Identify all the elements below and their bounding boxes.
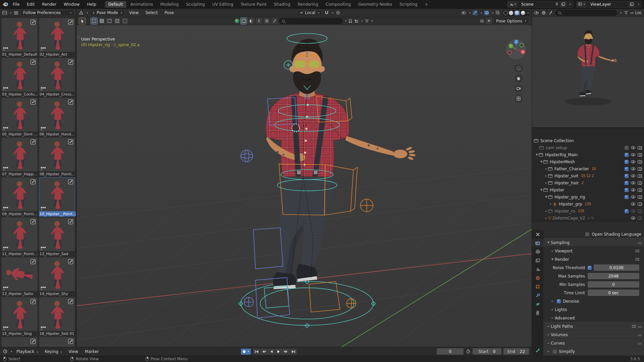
hide-eye-icon[interactable] (631, 217, 635, 220)
viewport-menu-select[interactable]: Select (143, 10, 160, 16)
preview-brush-icon[interactable] (548, 10, 553, 15)
menu-help[interactable]: Help (84, 1, 99, 8)
render-camera-icon[interactable] (638, 217, 642, 220)
hide-eye-icon[interactable] (631, 146, 635, 149)
shading-wireframe-icon[interactable] (503, 11, 508, 15)
outliner-row-hipster-cs[interactable]: ▸Hipster_cs 135 (532, 207, 644, 215)
tab-physics[interactable] (532, 300, 543, 308)
pin-scene-icon[interactable] (554, 2, 560, 7)
timeline-menu-marker[interactable]: Marker (83, 349, 101, 355)
frame-start-field[interactable]: Start0 (473, 348, 501, 355)
tab-shading[interactable]: Shading (271, 1, 294, 8)
pose-thumbnail[interactable]: ◆▪◆ ◇ (1, 177, 38, 212)
overlays-toggle-icon[interactable] (484, 10, 489, 15)
view-layer-browse-icon[interactable]: ▾ (577, 1, 587, 7)
edit-pose-icon[interactable] (68, 179, 73, 184)
outliner-row-cam-setup[interactable]: cam setup (532, 144, 644, 151)
render-camera-icon[interactable] (638, 195, 642, 199)
filter-funnel-icon[interactable] (364, 18, 369, 23)
panel-light-paths[interactable]: ▸Light Paths (543, 322, 644, 330)
pose-thumbnail[interactable]: ◆▪◆ ◇ (1, 217, 38, 251)
pose-asset-12_Hipster_Sad[interactable]: ◆▪◆ ◇12_Hipster_Sad (39, 217, 76, 256)
render-camera-icon[interactable] (638, 202, 642, 206)
render-camera-icon[interactable] (638, 167, 642, 171)
bookmark-icon[interactable] (348, 18, 353, 23)
xray-toggle-icon[interactable] (495, 10, 500, 15)
panel-simplify[interactable]: ▸Simplify (543, 347, 644, 356)
pose-asset-07_Hipster_Happ...[interactable]: ◆▪◆ ◇07_Hipster_Happ... (1, 137, 38, 177)
tab-animations[interactable]: Animations (127, 1, 156, 8)
timeline-menu-view[interactable]: View (66, 349, 80, 355)
pose-asset-02_Hipster_Act[interactable]: ◆▪◆ ◇02_Hipster_Act (39, 18, 76, 57)
menu-render[interactable]: Render (39, 1, 60, 8)
viewport-menu-view[interactable]: View (127, 10, 141, 16)
viewport-canvas[interactable]: User Perspective (0) Hipster_rig : c_spi… (76, 25, 532, 347)
pose-asset-01_Hipster_Default[interactable]: ◆▪◆ ◇01_Hipster_Default (1, 18, 38, 57)
object-visibility-icon[interactable] (461, 10, 466, 15)
edit-pose-icon[interactable] (31, 259, 36, 264)
edit-pose-icon[interactable] (68, 20, 73, 25)
edit-pose-icon[interactable] (31, 100, 36, 105)
prev-keyframe-button[interactable] (260, 349, 267, 355)
edit-pose-icon[interactable] (68, 139, 73, 144)
exclude-checkbox[interactable] (625, 160, 629, 164)
timeline-editor-icon[interactable] (3, 349, 8, 354)
pose-thumbnail[interactable]: ◆▪◆ ◇ (39, 58, 75, 92)
pose-thumbnail[interactable]: ◆▪◆ ◇ (1, 137, 38, 172)
tab-view-layer[interactable] (532, 256, 543, 265)
exclude-checkbox[interactable] (625, 195, 629, 199)
hide-eye-icon[interactable] (631, 195, 635, 198)
outliner-row-father-character[interactable]: ▸Father_Character 10 (532, 165, 644, 172)
edit-pose-icon[interactable] (68, 299, 73, 304)
outliner-row-hipsterrig-main[interactable]: ▼HipsterRig_Main (532, 151, 644, 158)
auto-keying-record-button[interactable]: ▾ (241, 349, 251, 355)
pose-asset-13_Hipster_Salto[interactable]: ◆▪◆ ◇13_Hipster_Salto (1, 257, 38, 296)
render-camera-icon[interactable] (638, 209, 642, 213)
pose-asset-04_Hipster_Cross...[interactable]: ◆▪◆ ◇04_Hipster_Cross... (39, 58, 76, 97)
preview-visibility-icon[interactable] (534, 10, 539, 15)
render-camera-icon[interactable] (638, 188, 642, 192)
preset-icon[interactable] (632, 324, 636, 329)
shading-rendered-icon[interactable] (521, 11, 525, 15)
asset-type-icon[interactable] (235, 19, 239, 23)
exclude-checkbox[interactable] (625, 209, 629, 213)
asset-menu-icon[interactable] (13, 10, 18, 15)
tab-render[interactable] (532, 239, 543, 247)
time-limit-field[interactable]: 0 sec (588, 290, 639, 296)
tab-uv-editing[interactable]: UV Editing (209, 1, 237, 8)
hide-eye-icon[interactable] (631, 181, 635, 184)
display-mode-icon[interactable] (354, 18, 359, 23)
new-view-layer-icon[interactable] (628, 1, 636, 7)
filter-assets-icon[interactable] (240, 18, 247, 24)
edit-pose-icon[interactable] (31, 60, 36, 65)
tab-geometry-nodes[interactable]: Geometry Nodes (355, 1, 395, 8)
hide-eye-icon[interactable] (631, 153, 635, 156)
panel-sampling-viewport[interactable]: ▸Viewport (543, 247, 644, 255)
pose-thumbnail[interactable]: ◆▪◆ ◇ (1, 98, 38, 132)
active-tool-tweak-icon[interactable] (79, 18, 86, 24)
pose-thumbnail[interactable]: ◆▪◆ ◇ (39, 297, 75, 331)
edit-pose-icon[interactable] (68, 60, 73, 65)
panel-advanced[interactable]: ▸Advanced (543, 314, 644, 322)
filter-brushes-icon[interactable] (271, 18, 278, 24)
search-options-caret[interactable]: ▾ (345, 19, 346, 22)
tab-object[interactable] (532, 282, 543, 291)
clear-pose-options-icon[interactable]: ✕ (486, 18, 492, 24)
outliner-row-deformcage[interactable]: ▸ ▽ DeformCage_V2 ⌁ ▽ (532, 215, 644, 222)
timeline-menu-playback[interactable]: Playback ▾ (14, 349, 40, 355)
filter-worlds-icon[interactable] (264, 18, 270, 24)
hide-eye-icon[interactable] (631, 160, 635, 163)
tab-compositing[interactable]: Compositing (322, 1, 354, 8)
tab-scene[interactable] (532, 265, 543, 274)
snap-options-caret[interactable]: ▾ (332, 11, 333, 14)
tab-modeling[interactable]: Modeling (157, 1, 182, 8)
edit-pose-icon[interactable] (31, 219, 36, 224)
panel-curves[interactable]: ▸Curves (543, 339, 644, 347)
pose-thumbnail[interactable]: ◆▪◆ ◇ (39, 257, 75, 291)
denoise-checkbox[interactable] (557, 299, 561, 303)
render-camera-icon[interactable] (638, 174, 642, 178)
select-mode-invert-icon[interactable] (114, 18, 120, 24)
zoom-tool-icon[interactable] (514, 64, 523, 73)
jump-to-start-button[interactable] (253, 349, 260, 355)
exclude-checkbox[interactable] (625, 188, 629, 192)
